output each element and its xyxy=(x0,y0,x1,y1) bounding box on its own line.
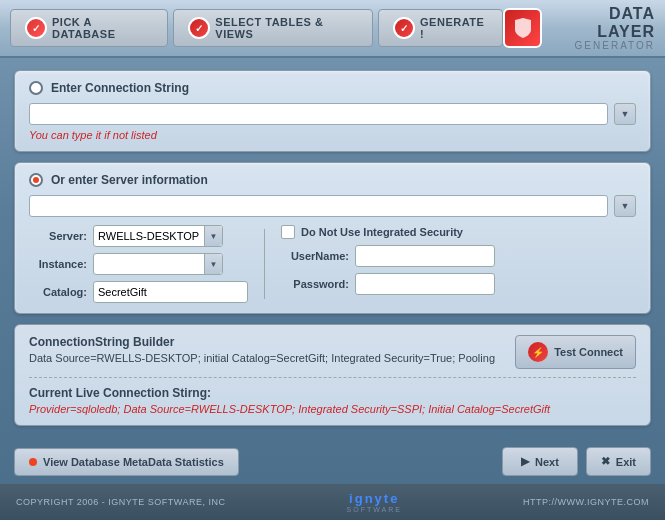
live-conn-title: Current Live Connection Stirng: xyxy=(29,386,636,400)
logo-icon xyxy=(503,8,542,48)
exit-label: Exit xyxy=(616,456,636,468)
conn-string-radio[interactable] xyxy=(29,81,43,95)
server-info-header: Or enter Server information xyxy=(29,173,636,187)
footer-logo-sub: SOFTWARE xyxy=(347,506,402,513)
password-row: Password: xyxy=(281,273,495,295)
instance-input[interactable] xyxy=(94,256,204,272)
password-input[interactable] xyxy=(355,273,495,295)
header: ✓ Pick a Database ✓ Select Tables & View… xyxy=(0,0,665,58)
step1-icon: ✓ xyxy=(25,17,47,39)
server-row: Server: ▼ xyxy=(29,225,248,247)
connection-string-panel: Enter Connection String ▼ You can type i… xyxy=(14,70,651,152)
live-conn-value: Provider=sqloledb; Data Source=RWELLS-DE… xyxy=(29,403,636,415)
logo-area: DATA LAYER GENERATOR xyxy=(503,5,655,51)
password-label: Password: xyxy=(281,278,349,290)
conn-builder-title: ConnectionString Builder xyxy=(29,335,515,349)
next-button[interactable]: ▶ Next xyxy=(502,447,578,476)
footer-website: http://www.ignyte.com xyxy=(523,497,649,507)
security-checkbox-label: Do Not Use Integrated Security xyxy=(301,226,463,238)
server-info-radio[interactable] xyxy=(29,173,43,187)
username-label: UserName: xyxy=(281,250,349,262)
metadata-btn-dot xyxy=(29,458,37,466)
catalog-row: Catalog: xyxy=(29,281,248,303)
conn-string-dropdown[interactable]: ▼ xyxy=(614,103,636,125)
security-section: Do Not Use Integrated Security UserName:… xyxy=(281,225,495,303)
server-info-dropdown-input[interactable] xyxy=(29,195,608,217)
conn-string-hint: You can type it if not listed xyxy=(29,129,636,141)
instance-label: Instance: xyxy=(29,258,87,270)
server-label: Server: xyxy=(29,230,87,242)
step3-icon: ✓ xyxy=(393,17,415,39)
security-checkbox-row: Do Not Use Integrated Security xyxy=(281,225,495,239)
right-buttons: ▶ Next ✖ Exit xyxy=(502,447,651,476)
test-connect-label: Test Connect xyxy=(554,346,623,358)
server-info-title: Or enter Server information xyxy=(51,173,208,187)
conn-string-header: Enter Connection String xyxy=(29,81,636,95)
server-input[interactable] xyxy=(94,228,204,244)
logo-line2: GENERATOR xyxy=(550,40,655,51)
main-content: Enter Connection String ▼ You can type i… xyxy=(0,58,665,438)
step3-label: Generate ! xyxy=(420,16,488,40)
logo-line1: DATA LAYER xyxy=(550,5,655,40)
conn-string-input-row: ▼ xyxy=(29,103,636,125)
step1-label: Pick a Database xyxy=(52,16,153,40)
server-area: Server: ▼ Instance: ▼ Catalog: xyxy=(29,225,636,303)
catalog-input[interactable] xyxy=(93,281,248,303)
view-metadata-button[interactable]: View Database MetaData Statistics xyxy=(14,448,239,476)
server-info-panel: Or enter Server information ▼ Server: ▼ … xyxy=(14,162,651,314)
conn-string-title: Enter Connection String xyxy=(51,81,189,95)
exit-icon: ✖ xyxy=(601,455,610,468)
step2-icon: ✓ xyxy=(188,17,210,39)
test-connect-button[interactable]: ⚡ Test Connect xyxy=(515,335,636,369)
step2-label: Select Tables & Views xyxy=(215,16,358,40)
security-checkbox[interactable] xyxy=(281,225,295,239)
divider xyxy=(29,377,636,378)
next-label: Next xyxy=(535,456,559,468)
username-row: UserName: xyxy=(281,245,495,267)
server-info-dropdown-btn[interactable]: ▼ xyxy=(614,195,636,217)
footer-logo-name: ignyte xyxy=(349,491,399,506)
step3-generate[interactable]: ✓ Generate ! xyxy=(378,9,503,47)
instance-row: Instance: ▼ xyxy=(29,253,248,275)
conn-string-input[interactable] xyxy=(29,103,608,125)
footer-logo: ignyte SOFTWARE xyxy=(347,491,402,513)
conn-builder-row: ConnectionString Builder Data Source=RWE… xyxy=(29,335,636,369)
bottom-bar: View Database MetaData Statistics ▶ Next… xyxy=(0,439,665,484)
step1-pick-database[interactable]: ✓ Pick a Database xyxy=(10,9,168,47)
test-connect-icon: ⚡ xyxy=(528,342,548,362)
conn-builder-value: Data Source=RWELLS-DESKTOP; initial Cata… xyxy=(29,352,515,364)
server-info-dropdown-row: ▼ xyxy=(29,195,636,217)
view-metadata-label: View Database MetaData Statistics xyxy=(43,456,224,468)
footer: Copyright 2006 - Ignyte Software, Inc ig… xyxy=(0,484,665,520)
username-input[interactable] xyxy=(355,245,495,267)
step2-select-tables[interactable]: ✓ Select Tables & Views xyxy=(173,9,373,47)
server-input-wrap: ▼ xyxy=(93,225,223,247)
next-icon: ▶ xyxy=(521,455,529,468)
catalog-label: Catalog: xyxy=(29,286,87,298)
instance-input-wrap: ▼ xyxy=(93,253,223,275)
nav-steps: ✓ Pick a Database ✓ Select Tables & View… xyxy=(10,9,503,47)
logo-text: DATA LAYER GENERATOR xyxy=(550,5,655,51)
instance-dropdown-btn[interactable]: ▼ xyxy=(204,254,222,274)
conn-builder-left: ConnectionString Builder Data Source=RWE… xyxy=(29,335,515,364)
connection-section: ConnectionString Builder Data Source=RWE… xyxy=(14,324,651,426)
exit-button[interactable]: ✖ Exit xyxy=(586,447,651,476)
server-dropdown-btn[interactable]: ▼ xyxy=(204,226,222,246)
server-fields: Server: ▼ Instance: ▼ Catalog: xyxy=(29,225,248,303)
vertical-divider xyxy=(264,229,265,299)
footer-copyright: Copyright 2006 - Ignyte Software, Inc xyxy=(16,497,226,507)
